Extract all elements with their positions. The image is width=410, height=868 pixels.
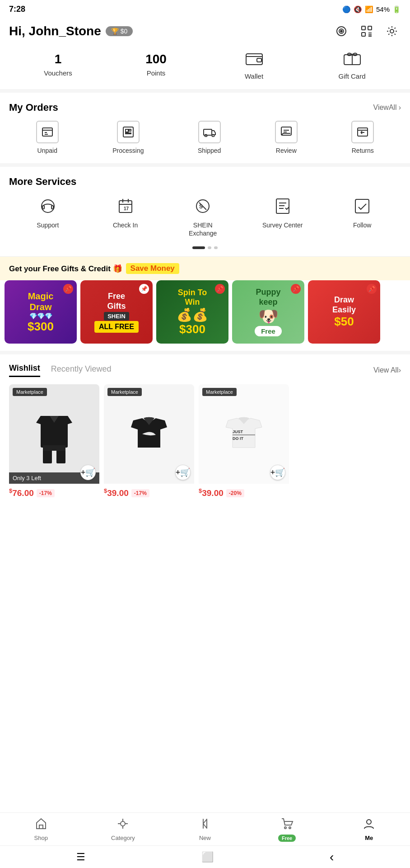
service-follow[interactable]: Follow [344,195,380,237]
survey-icon [271,195,294,217]
promo-card-magic-draw[interactable]: 📌 MagicDraw 💎💎💎 $300 [5,280,77,344]
free-gifts-title: FreeGiftsSHEIN [104,292,129,321]
header-left: Hi, John_Stone 🏆 $0 [9,24,133,38]
system-back-btn[interactable]: ‹ [330,850,334,864]
nav-new-label: New [199,835,211,841]
promo-card-draw-easily[interactable]: 📌 DrawEasily $50 [308,280,380,344]
discount-tshirt: -20% [226,489,244,497]
product-img-sweatshirt: Marketplace +🛒 [104,384,194,484]
promo-card-puppy-keep[interactable]: 📌 Puppykeep 🐶 Free [232,280,304,344]
svg-rect-42 [355,199,369,213]
orders-view-all[interactable]: ViewAll › [373,104,401,112]
svg-rect-3 [362,26,365,30]
svg-rect-49 [39,825,43,829]
giftcard-label: Gift Card [338,72,365,80]
add-to-cart-btn-3[interactable]: +🛒 [270,465,285,480]
wifi-icon: 📶 [365,5,373,14]
order-review[interactable]: Review [275,121,298,154]
order-shipped[interactable]: Shipped [198,121,221,154]
product-img-tracksuit: Marketplace Only 3 Left +🛒 [9,384,99,484]
dot-inactive-1 [208,246,211,249]
services-header: More Services [9,176,401,188]
returns-icon [351,121,374,143]
svg-rect-19 [129,129,131,131]
stat-points[interactable]: 100 Points [138,52,174,80]
svg-point-23 [212,135,214,137]
draw-easily-title: DrawEasily [332,295,356,315]
svg-rect-11 [257,58,261,62]
nav-cart[interactable]: Free [271,817,303,842]
wallet-label: Wallet [245,72,263,80]
nav-category[interactable]: Category [107,817,139,842]
product-card-tshirt[interactable]: Marketplace JUST DO IT +🛒 $39.00 -20% [199,384,289,500]
promo-save-label[interactable]: Save Money [126,263,179,274]
order-returns[interactable]: Returns [351,121,374,154]
svg-point-9 [390,29,394,33]
draw-amount: $50 [334,315,354,329]
spin-to-win-title: Spin ToWin [178,288,207,307]
status-right: 🔵 🔇 📶 54% 🔋 [342,5,401,14]
wishlist-tabs: Wishlist Recently Viewed View All › [9,363,401,377]
nav-shop-label: Shop [34,835,48,841]
service-survey[interactable]: Survey Center [262,195,303,237]
add-to-cart-btn-2[interactable]: +🛒 [175,465,191,480]
unpaid-icon [36,121,59,143]
stat-vouchers[interactable]: 1 Vouchers [40,52,76,80]
order-unpaid[interactable]: Unpaid [36,121,59,154]
services-grid: Support 17 Check In S [9,195,401,242]
follow-icon [351,195,373,217]
promo-card-free-gifts[interactable]: 📌 FreeGiftsSHEIN ALL FREE [80,280,153,344]
orders-header: My Orders ViewAll › [9,102,401,113]
promo-pin-magic: 📌 [63,284,73,294]
mute-icon: 🔇 [354,5,362,14]
promo-card-spin-to-win[interactable]: 📌 Spin ToWin 💰💰 $300 [156,280,228,344]
wishlist-view-all[interactable]: View All › [373,366,401,374]
service-support[interactable]: Support [30,195,66,237]
price-tracksuit: $76.00 [9,487,34,498]
system-menu-btn[interactable]: ☰ [76,851,85,863]
points-label: Points [147,69,166,77]
product-badge-2: Marketplace [107,388,142,396]
points-badge[interactable]: 🏆 $0 [106,26,133,36]
price-tshirt: $39.00 [199,487,224,498]
discount-sweatshirt: -17% [131,489,149,497]
svg-rect-14 [42,128,52,136]
service-exchange[interactable]: S SHEINExchange [185,195,221,237]
nav-new[interactable]: New [189,817,221,842]
product-card-sweatshirt[interactable]: Marketplace +🛒 $39.00 -17% [104,384,194,500]
discount-tracksuit: -17% [37,489,55,497]
svg-rect-18 [126,129,128,132]
nav-shop[interactable]: Shop [25,817,57,842]
page-dots [9,242,401,256]
promo-pin-spin: 📌 [215,284,225,294]
service-checkin[interactable]: 17 Check In [107,195,144,237]
svg-point-57 [367,820,371,824]
tab-wishlist[interactable]: Wishlist [9,363,40,377]
product-badge-1: Marketplace [13,388,47,396]
settings-icon[interactable] [383,22,401,40]
shipped-icon [198,121,221,143]
headset-icon[interactable] [332,22,350,40]
puppy-keep-title: Puppykeep [256,288,280,307]
svg-point-2 [340,30,342,32]
product-img-tshirt: Marketplace JUST DO IT +🛒 [199,384,289,484]
stat-giftcard[interactable]: Gift Card [334,52,370,80]
nav-me[interactable]: Me [353,817,385,842]
follow-label: Follow [353,221,371,229]
more-services-section: More Services Support 17 [0,163,410,256]
system-home-btn[interactable]: ⬜ [201,851,214,863]
svg-rect-5 [362,33,365,36]
review-icon [275,121,298,143]
vouchers-label: Vouchers [44,69,72,77]
support-icon [37,195,59,217]
scan-icon[interactable] [358,22,376,40]
svg-point-50 [121,821,125,826]
product-card-tracksuit[interactable]: Marketplace Only 3 Left +🛒 $76.00 -1 [9,384,99,500]
dot-inactive-2 [214,246,218,249]
svg-point-55 [284,827,286,829]
shop-icon [35,817,47,833]
stat-wallet[interactable]: Wallet [236,52,272,80]
support-label: Support [37,221,59,229]
tab-recently-viewed[interactable]: Recently Viewed [51,364,112,377]
order-processing[interactable]: Processing [112,121,144,154]
